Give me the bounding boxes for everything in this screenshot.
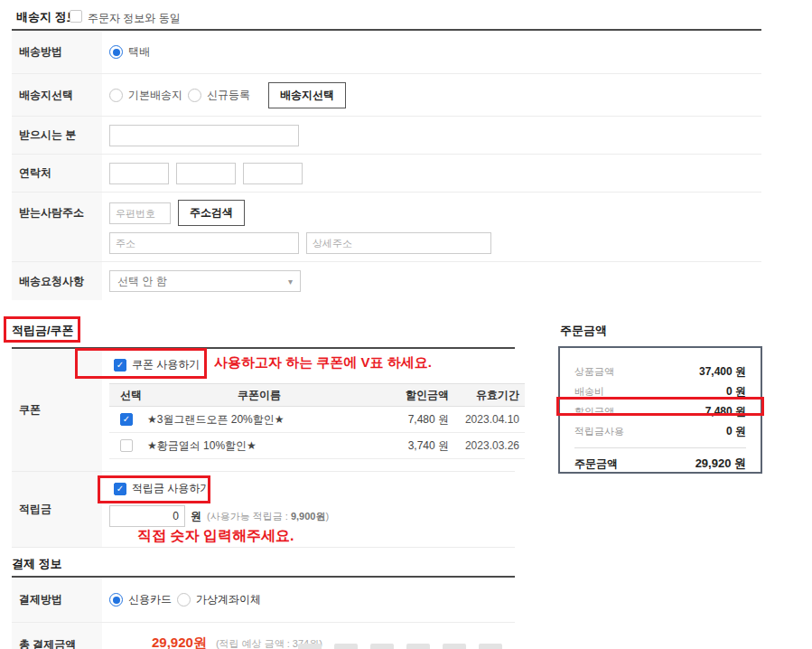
coupon-header-name: 쿠폰이름 [147, 388, 371, 403]
annotation-text-points: 직접 숫자 입력해주세요. [137, 527, 294, 546]
delivery-request-select[interactable]: 선택 안 함 ▾ [109, 270, 301, 292]
virtual-account-label: 가상계좌이체 [196, 592, 261, 607]
coupon-table: 선택 쿠폰이름 할인금액 유효기간 ✓ ★3월그랜드오픈 20%할인★ 7,48… [109, 383, 525, 459]
new-address-radio[interactable] [188, 89, 201, 102]
delivery-request-value: 선택 안 함 [117, 274, 167, 289]
coupon-header-select: 선택 [109, 388, 147, 403]
payment-form: 결제방법 신용카드 가상계좌이체 총 결제금액 29,920원 (적립 예상 금… [12, 576, 515, 649]
summary-row-discount: 할인금액 7,480 원 [574, 401, 746, 421]
credit-card-radio[interactable] [109, 593, 123, 607]
recipient-row: 받으시는 분 [12, 117, 761, 155]
contact-input-1[interactable] [109, 163, 169, 184]
radio-dot [113, 597, 120, 604]
zipcode-search-button[interactable]: 주소검색 [178, 200, 245, 226]
delivery-request-row: 배송요청사항 선택 안 함 ▾ [12, 262, 761, 300]
summary-points-value: 0 원 [726, 424, 746, 439]
coupon-header-discount: 할인금액 [371, 388, 449, 403]
summary-total-value: 29,920 원 [695, 456, 746, 472]
payment-logo-icon [334, 644, 358, 649]
payment-logo-icon [443, 644, 466, 649]
payment-total-value: 29,920원 [152, 635, 207, 649]
contact-input-3[interactable] [243, 163, 303, 184]
coupon-1-name: ★3월그랜드오픈 20%할인★ [147, 412, 371, 428]
summary-shipping-value: 0 원 [726, 384, 746, 400]
summary-points-label: 적립금사용 [574, 425, 624, 438]
shipping-method-row: 배송방법 택배 [12, 31, 761, 74]
coupon-table-row: ★황금열쇠 10%할인★ 3,740 원 2023.03.26 [109, 433, 525, 459]
annotation-text-coupon: 사용하고자 하는 쿠폰에 V표 하세요. [214, 354, 432, 372]
points-coupon-form: 쿠폰 ✓ 쿠폰 사용하기 선택 쿠폰이름 할인금액 유효기간 ✓ ★3월그랜드오… [12, 347, 515, 548]
coupon-1-checkbox[interactable]: ✓ [120, 413, 133, 426]
recipient-label: 받으시는 분 [12, 117, 102, 154]
points-coupon-section-title: 적립금/쿠폰 [12, 323, 74, 339]
payment-logo-icon [298, 644, 322, 649]
checkout-page: 배송지 정보 주문자 정보와 동일 배송방법 택배 배송지선택 기본배송지 신규… [0, 0, 812, 649]
summary-product-value: 37,400 원 [699, 364, 746, 380]
payment-method-label: 결제방법 [12, 578, 102, 622]
coupon-2-name: ★황금열쇠 10%할인★ [147, 438, 371, 454]
chevron-down-icon: ▾ [288, 277, 293, 287]
payment-logo-icon [406, 644, 430, 649]
summary-row-points: 적립금사용 0 원 [574, 421, 746, 441]
order-summary-panel: 상품금액 37,400 원 배송비 0 원 할인금액 7,480 원 적립금사용… [558, 346, 762, 474]
credit-card-label: 신용카드 [128, 592, 172, 607]
address-input[interactable] [109, 232, 299, 254]
payment-method-row: 결제방법 신용카드 가상계좌이체 [12, 578, 515, 623]
summary-total-label: 주문금액 [574, 456, 618, 472]
payment-logo-icon [479, 644, 502, 649]
zipcode-input[interactable] [109, 202, 171, 224]
summary-row-product: 상품금액 37,400 원 [574, 362, 746, 381]
points-unit: 원 [191, 509, 201, 524]
check-icon: ✓ [117, 484, 124, 494]
address-detail-input[interactable] [306, 232, 491, 254]
delivery-parcel-radio[interactable] [109, 45, 123, 59]
shipping-method-label: 배송방법 [12, 31, 102, 73]
contact-label: 연락처 [12, 155, 102, 192]
default-address-radio[interactable] [109, 89, 123, 102]
check-icon: ✓ [117, 361, 124, 370]
virtual-account-radio[interactable] [177, 593, 191, 607]
summary-discount-value: 7,480 원 [705, 404, 746, 419]
coupon-header-expiry: 유효기간 [449, 388, 525, 403]
order-summary-title: 주문금액 [560, 323, 607, 339]
address-select-row: 배송지선택 기본배송지 신규등록 배송지선택 [12, 74, 761, 117]
contact-row: 연락처 [12, 155, 761, 193]
payment-logo-icon [370, 644, 394, 649]
delivery-parcel-label: 택배 [128, 44, 150, 60]
payment-total-label: 총 결제금액 [12, 623, 102, 649]
same-as-orderer-label: 주문자 정보와 동일 [88, 11, 181, 26]
contact-input-2[interactable] [176, 163, 236, 184]
recipient-address-row: 받는사람주소 주소검색 [12, 193, 761, 262]
payment-section-title: 결제 정보 [12, 556, 62, 572]
coupon-table-header: 선택 쿠폰이름 할인금액 유효기간 [109, 383, 525, 407]
address-select-button[interactable]: 배송지선택 [268, 82, 346, 108]
default-address-label: 기본배송지 [128, 88, 182, 103]
shipping-form: 배송방법 택배 배송지선택 기본배송지 신규등록 배송지선택 받으시는 분 [12, 29, 761, 300]
summary-shipping-label: 배송비 [574, 385, 604, 399]
payment-total-row: 총 결제금액 29,920원 (적립 예상 금액 : 374원) [12, 623, 515, 649]
coupon-1-expiry: 2023.04.10 [449, 413, 525, 426]
coupon-2-expiry: 2023.03.26 [449, 439, 525, 452]
new-address-label: 신규등록 [207, 88, 250, 103]
summary-row-shipping: 배송비 0 원 [574, 381, 746, 401]
summary-product-label: 상품금액 [574, 365, 614, 379]
coupon-2-checkbox[interactable] [120, 439, 133, 452]
coupon-label: 쿠폰 [12, 349, 102, 471]
summary-discount-label: 할인금액 [574, 405, 614, 419]
summary-divider [574, 447, 746, 448]
recipient-input[interactable] [109, 125, 299, 146]
recipient-address-label: 받는사람주소 [12, 193, 102, 261]
points-label: 적립금 [12, 472, 102, 547]
coupon-table-row: ✓ ★3월그랜드오픈 20%할인★ 7,480 원 2023.04.10 [109, 407, 525, 433]
points-available-note: (사용가능 적립금 : 9,900원) [207, 510, 329, 523]
use-coupon-checkbox[interactable]: ✓ [114, 359, 126, 372]
points-amount-input[interactable] [109, 505, 185, 527]
use-points-checkbox[interactable]: ✓ [114, 483, 126, 495]
same-as-orderer-checkbox[interactable] [70, 10, 82, 23]
coupon-2-discount: 3,740 원 [371, 438, 449, 454]
summary-row-total: 주문금액 29,920 원 [574, 454, 746, 474]
radio-dot [113, 49, 120, 56]
address-select-label: 배송지선택 [12, 74, 102, 116]
use-points-label: 적립금 사용하기 [132, 481, 210, 496]
coupon-1-discount: 7,480 원 [371, 412, 449, 428]
